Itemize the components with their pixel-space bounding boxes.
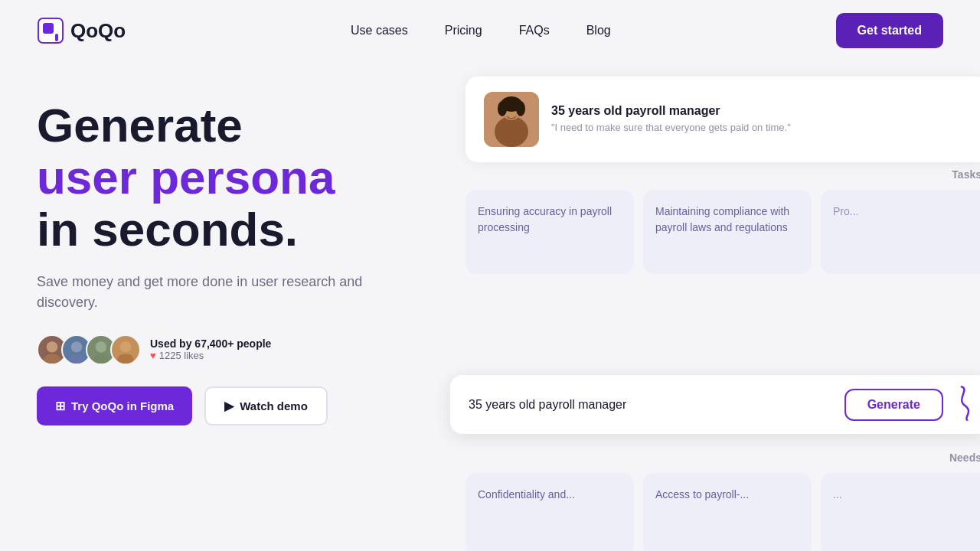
svg-point-4 — [44, 354, 60, 364]
nav-use-cases[interactable]: Use cases — [351, 24, 408, 37]
used-by-label: Used by 67,400+ people — [150, 337, 271, 350]
svg-point-6 — [68, 354, 85, 364]
svg-point-14 — [495, 116, 528, 147]
need-card-1: Confidentiality and... — [466, 473, 634, 551]
svg-point-3 — [47, 341, 57, 352]
persona-name: 35 years old payroll manager — [551, 104, 791, 118]
right-panel: 35 years old payroll manager "I need to … — [466, 77, 943, 551]
persona-avatar — [484, 92, 539, 147]
task-card-2: Maintaining compliance with payroll laws… — [643, 190, 812, 274]
svg-point-5 — [71, 341, 82, 352]
persona-card: 35 years old payroll manager "I need to … — [466, 77, 980, 162]
svg-point-18 — [516, 101, 525, 116]
navbar: QoQo Use cases Pricing FAQs Blog Get sta… — [0, 0, 980, 61]
svg-point-17 — [498, 101, 507, 116]
svg-point-7 — [96, 341, 106, 352]
avatar-group — [37, 334, 141, 365]
nav-faqs[interactable]: FAQs — [519, 24, 550, 37]
tasks-label: Tasks — [466, 168, 980, 181]
social-proof: Used by 67,400+ people ♥ 1225 likes — [37, 334, 435, 365]
nav-blog[interactable]: Blog — [586, 24, 611, 37]
task-card-3: Pro... — [821, 190, 980, 274]
svg-rect-1 — [43, 23, 54, 34]
hero-section: Generate user persona in seconds. Save m… — [37, 77, 435, 551]
generate-button[interactable]: Generate — [844, 389, 943, 421]
need-card-3: ... — [821, 473, 980, 551]
social-text: Used by 67,400+ people ♥ 1225 likes — [150, 337, 271, 361]
hero-title: Generate user persona in seconds. — [37, 99, 435, 256]
task-card-1: Ensuring accuracy in payroll processing — [466, 190, 634, 274]
input-row: Generate — [450, 375, 980, 434]
cta-buttons: ⊞ Try QoQo in Figma ▶ Watch demo — [37, 386, 435, 425]
tasks-section: Tasks Ensuring accuracy in payroll proce… — [466, 168, 980, 274]
persona-quote: "I need to make sure that everyone gets … — [551, 121, 791, 135]
needs-cards-row: Confidentiality and... Access to payroll… — [466, 473, 980, 551]
task-cards-row: Ensuring accuracy in payroll processing … — [466, 190, 980, 274]
figma-icon: ⊞ — [55, 399, 65, 413]
persona-info: 35 years old payroll manager "I need to … — [551, 104, 791, 135]
logo[interactable]: QoQo — [37, 17, 126, 44]
nav-pricing[interactable]: Pricing — [445, 24, 482, 37]
nav-links: Use cases Pricing FAQs Blog — [351, 24, 611, 37]
svg-rect-2 — [55, 34, 58, 41]
svg-point-8 — [93, 354, 109, 364]
svg-point-10 — [117, 354, 134, 364]
svg-point-9 — [120, 341, 131, 352]
main-content: Generate user persona in seconds. Save m… — [0, 61, 980, 551]
heart-icon: ♥ — [150, 350, 156, 361]
needs-label: Needs — [466, 452, 980, 464]
figma-button[interactable]: ⊞ Try QoQo in Figma — [37, 386, 192, 425]
get-started-button[interactable]: Get started — [836, 13, 943, 48]
hero-subtitle: Save money and get more done in user res… — [37, 272, 374, 313]
likes-label: ♥ 1225 likes — [150, 350, 271, 361]
need-card-2: Access to payroll-... — [643, 473, 812, 551]
squiggle-decoration — [946, 380, 980, 429]
persona-input[interactable] — [459, 392, 844, 418]
needs-section: Needs Confidentiality and... Access to p… — [466, 452, 980, 551]
avatar — [110, 334, 141, 365]
play-icon: ▶ — [224, 399, 234, 413]
logo-text: QoQo — [70, 19, 126, 43]
demo-button[interactable]: ▶ Watch demo — [204, 386, 328, 425]
